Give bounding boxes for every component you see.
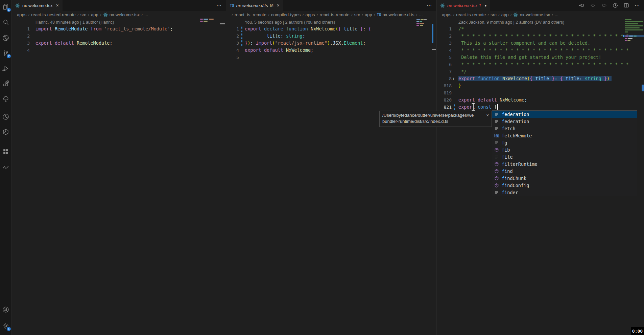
suggest-item-fg[interactable]: fg — [492, 139, 637, 146]
breadcrumb-item[interactable]: ... — [419, 12, 423, 17]
chevron-right-icon: › — [28, 12, 29, 17]
breadcrumb-label: nx-welcome.d.ts — [383, 12, 414, 17]
suggest-item-find[interactable]: find — [492, 168, 637, 175]
code-editor[interactable]: You, 5 seconds ago | 2 authors (You and … — [226, 18, 436, 335]
more-actions-icon[interactable]: ⋯ — [635, 2, 640, 8]
tab-nx-welcome.tsx-1[interactable]: nx-welcome.tsx 1● — [436, 0, 490, 11]
code-line[interactable]: 2 * * * * * * * * * * * * * * * * * * * … — [436, 32, 644, 40]
git-blame-annotation: Hanric, 48 minutes ago | 1 author (Hanri… — [35, 19, 114, 26]
breadcrumb-item[interactable]: ... — [144, 12, 148, 17]
breadcrumb-item[interactable]: react-ts-remote — [456, 12, 486, 17]
code-line[interactable]: 2 — [11, 32, 226, 40]
suggest-item-findConfig[interactable]: findConfig — [492, 182, 637, 189]
breadcrumb: ›react_ts_remote›compiled-types›apps›rea… — [226, 11, 436, 18]
breadcrumb-item[interactable]: apps — [442, 12, 451, 17]
run-graph-icon[interactable] — [612, 2, 618, 8]
breadcrumb-item[interactable]: react-ts-nested-remote — [31, 12, 76, 17]
activitybar-squiggle-icon[interactable] — [0, 162, 11, 173]
breadcrumb-item[interactable]: src — [80, 12, 86, 17]
suggest-item-finder[interactable]: finder — [492, 189, 637, 196]
suggest-label: fib — [502, 147, 510, 153]
activitybar-search-icon[interactable] — [0, 17, 11, 28]
git-blame-annotation: Zack Jackson, 9 months ago | 2 authors (… — [458, 19, 564, 26]
breadcrumb-item[interactable]: apps — [305, 12, 315, 17]
nav-circle-icon[interactable] — [590, 2, 596, 8]
breadcrumb-item[interactable]: app — [91, 12, 98, 17]
suggest-item-file[interactable]: file — [492, 153, 637, 160]
activitybar-run-debug-icon[interactable] — [0, 63, 11, 74]
navigate-back-icon[interactable] — [579, 2, 585, 8]
code-line[interactable]: 1/* — [436, 25, 644, 32]
breadcrumb-item[interactable]: react-ts-remote — [320, 12, 350, 17]
gutter-modified-indicator — [241, 40, 242, 46]
breadcrumb-item[interactable]: nx-welcome.tsx — [513, 12, 550, 17]
token: */ — [458, 69, 467, 74]
split-editor-icon[interactable] — [623, 2, 629, 8]
activity-bar: 171 — [0, 0, 11, 335]
suggest-item-federation[interactable]: federation — [492, 111, 637, 118]
code-line[interactable]: 820export default NxWelcome; — [436, 96, 644, 104]
breadcrumb-label: app — [365, 12, 372, 17]
chevron-right-icon: › — [302, 12, 304, 17]
breadcrumb-item[interactable]: src — [491, 12, 496, 17]
activitybar-circle-branch-icon[interactable] — [0, 111, 11, 122]
suggest-item-filterRuntime[interactable]: filterRuntime — [492, 160, 637, 168]
code-line[interactable]: 3}): import("react/jsx-runtime").JSX.Ele… — [226, 40, 436, 47]
tree-icon — [2, 95, 9, 103]
line-number: 7 — [436, 68, 452, 75]
code-line[interactable]: 819 — [436, 89, 644, 96]
activitybar-settings-icon[interactable]: 1 — [0, 320, 11, 332]
suggest-item-findChunk[interactable]: findChunk — [492, 175, 637, 182]
breadcrumb-item[interactable]: compiled-types — [271, 12, 301, 17]
suggest-item-fetch[interactable]: fetch — [492, 125, 637, 132]
suggest-item-fib[interactable]: fib — [492, 146, 637, 153]
activitybar-git-graph-icon[interactable] — [0, 32, 11, 44]
fold-chevron-icon[interactable]: ❯ — [453, 76, 454, 82]
code-line[interactable]: 3export default RemoteModule; — [11, 40, 226, 47]
breadcrumb-item[interactable]: src — [354, 12, 360, 17]
code-line[interactable]: 821export const f — [436, 104, 644, 111]
close-icon[interactable]: × — [486, 113, 489, 118]
close-icon[interactable]: × — [277, 3, 280, 8]
code-line[interactable]: 4export default NxWelcome; — [226, 47, 436, 54]
suggest-item-fetchRemote[interactable]: [@]fetchRemote — [492, 132, 637, 139]
code-line[interactable]: 3 This is a starter component and can be… — [436, 40, 644, 47]
suggest-detail-path: /Users/bytedance/outter/universe/package… — [382, 113, 485, 118]
code-line[interactable]: 1import RemoteModule from 'react_ts_remo… — [11, 25, 226, 32]
code-line[interactable]: 6 * * * * * * * * * * * * * * * * * * * … — [436, 61, 644, 68]
breadcrumb-item[interactable]: app — [365, 12, 372, 17]
code-line[interactable]: 818} — [436, 82, 644, 89]
code-editor[interactable]: Hanric, 48 minutes ago | 1 author (Hanri… — [11, 18, 226, 335]
token: RemoteModule — [55, 26, 88, 31]
code-line[interactable]: 4 * * * * * * * * * * * * * * * * * * * … — [436, 47, 644, 54]
activitybar-grid-icon[interactable] — [0, 146, 11, 157]
breadcrumb-item[interactable]: react_ts_remote — [235, 12, 266, 17]
code-line[interactable]: 5 Delete this file and get started with … — [436, 54, 644, 61]
more-actions-icon[interactable]: ⋯ — [427, 2, 432, 8]
activitybar-hexagon-icon[interactable] — [0, 126, 11, 138]
suggest-item-federation[interactable]: federation — [492, 118, 637, 125]
code-line[interactable]: 4 — [11, 47, 226, 54]
code-line[interactable]: 7 */ — [436, 68, 644, 75]
activitybar-source-control-icon[interactable]: 7 — [0, 47, 11, 59]
tab-nx-welcome.tsx[interactable]: nx-welcome.tsx× — [11, 0, 63, 11]
code-line[interactable]: 2title: string; — [226, 32, 436, 40]
breadcrumb-item[interactable]: TSnx-welcome.d.ts — [377, 12, 414, 17]
nav-circle-forward-icon[interactable] — [601, 2, 607, 8]
code-line[interactable]: 1export declare function NxWelcome({ tit… — [226, 25, 436, 32]
activitybar-extensions-icon[interactable] — [0, 78, 11, 90]
breadcrumb-item[interactable]: apps — [17, 12, 26, 17]
code-line[interactable]: 5 — [226, 54, 436, 61]
token: ; — [363, 40, 366, 46]
tab-nx-welcome.d.ts[interactable]: TSnx-welcome.d.tsM× — [226, 0, 283, 11]
breadcrumb-item[interactable]: app — [501, 12, 509, 17]
chevron-right-icon: › — [453, 12, 454, 17]
close-icon[interactable]: × — [56, 3, 59, 8]
more-actions-icon[interactable]: ⋯ — [216, 2, 222, 8]
code-line[interactable]: 8❯export function NxWelcome({ title }: {… — [436, 75, 644, 82]
activitybar-explorer-icon[interactable]: 1 — [0, 1, 11, 13]
breadcrumb-item[interactable]: ... — [555, 12, 558, 17]
breadcrumb-item[interactable]: nx-welcome.tsx — [103, 12, 140, 17]
activitybar-tree-icon[interactable] — [0, 93, 11, 105]
activitybar-account-icon[interactable] — [0, 304, 11, 315]
